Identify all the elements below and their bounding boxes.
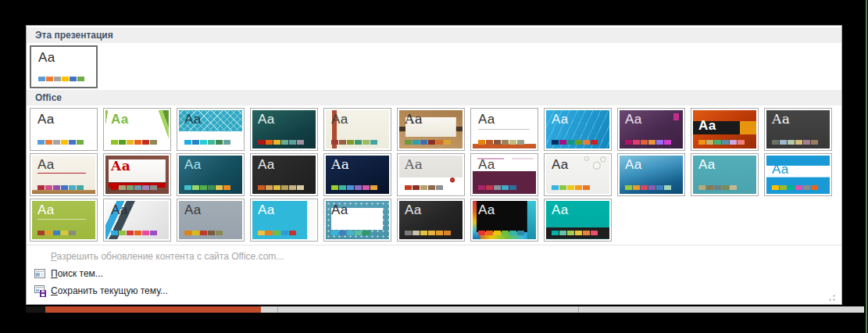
theme-thumbnail[interactable]: Aa	[30, 199, 98, 242]
menu-item-browse-themes[interactable]: Поиск тем...	[27, 265, 841, 282]
menu-item-save-current-theme[interactable]: Сохранить текущую тему...	[27, 282, 841, 299]
color-swatch	[591, 231, 598, 235]
color-swatch	[62, 77, 69, 81]
theme-thumbnail[interactable]: Aa	[30, 108, 98, 151]
color-swatch	[788, 185, 795, 190]
theme-thumbnail[interactable]: Aa	[617, 108, 685, 151]
theme-thumbnail[interactable]: Aa	[397, 199, 465, 242]
color-swatch	[648, 140, 655, 145]
theme-aa-label: Aa	[38, 202, 55, 217]
theme-thumbnail[interactable]: Aa	[177, 153, 245, 196]
theme-aa-label: Aa	[552, 112, 569, 127]
color-swatch	[772, 185, 779, 190]
color-swatch	[273, 231, 280, 235]
theme-thumbnail[interactable]: Aa	[544, 199, 612, 242]
theme-thumbnail[interactable]: Aa	[323, 153, 391, 196]
color-swatch	[656, 185, 663, 190]
theme-color-swatches	[698, 140, 745, 145]
theme-aa-label: Aa	[552, 157, 569, 172]
color-swatch	[134, 185, 141, 190]
theme-thumbnail[interactable]: Aa	[103, 199, 171, 242]
color-swatch	[559, 231, 566, 235]
color-swatch	[208, 185, 215, 190]
color-swatch	[192, 140, 199, 145]
theme-preview: Aa	[399, 201, 463, 239]
color-swatch	[111, 231, 118, 235]
theme-color-swatches	[184, 140, 231, 145]
color-swatch	[70, 77, 77, 81]
color-swatch	[502, 231, 509, 235]
color-swatch	[200, 185, 207, 190]
color-swatch	[583, 140, 590, 145]
theme-color-swatches	[38, 231, 77, 235]
theme-preview: Aa	[252, 156, 316, 194]
theme-thumbnail[interactable]: Aa	[177, 199, 245, 242]
theme-thumbnail[interactable]: Aa	[397, 153, 465, 196]
color-swatch	[633, 140, 640, 145]
resize-gripper[interactable]	[829, 290, 835, 296]
color-swatch	[119, 231, 126, 235]
menu-item-label: Разрешить обновление контента с сайта Of…	[51, 251, 284, 262]
theme-thumbnail[interactable]: Aa	[397, 108, 465, 151]
theme-preview: Aa	[620, 156, 683, 194]
theme-thumbnail[interactable]: Aa	[617, 153, 685, 196]
color-swatch	[811, 185, 818, 190]
color-swatch	[119, 185, 126, 190]
theme-color-swatches	[38, 140, 84, 145]
color-swatch	[559, 185, 566, 190]
color-swatch	[331, 231, 338, 235]
theme-thumbnail[interactable]: Aa	[250, 153, 318, 196]
color-swatch	[150, 231, 157, 235]
theme-thumbnail[interactable]: Aa	[103, 108, 171, 151]
theme-thumbnail[interactable]: Aa	[323, 108, 391, 151]
color-swatch	[552, 140, 559, 145]
theme-thumbnail[interactable]: Aa	[470, 199, 538, 242]
theme-preview: Aa	[179, 201, 242, 239]
theme-thumbnail[interactable]: Aa	[250, 199, 318, 242]
theme-aa-label: Aa	[625, 112, 642, 127]
theme-thumbnail[interactable]: Aa	[691, 108, 759, 151]
theme-thumbnail[interactable]: Aa	[30, 153, 98, 196]
color-swatch	[339, 140, 346, 145]
theme-thumbnail[interactable]: Aa	[250, 108, 318, 151]
color-swatch	[46, 77, 53, 81]
color-swatch	[281, 140, 288, 145]
color-swatch	[216, 185, 223, 190]
theme-thumbnail[interactable]: Aa	[764, 108, 832, 151]
theme-thumbnail[interactable]: Aa	[764, 153, 832, 196]
theme-color-swatches	[331, 140, 378, 145]
theme-preview: Aa	[473, 156, 536, 194]
theme-thumbnail[interactable]: Aa	[177, 108, 245, 151]
theme-preview: Aa	[105, 110, 169, 149]
theme-thumbnail[interactable]: Aa	[544, 108, 612, 151]
theme-color-swatches	[772, 185, 819, 190]
color-swatch	[77, 77, 84, 81]
color-swatch	[730, 140, 737, 145]
background-ribbon-accent-bar	[45, 306, 261, 313]
color-swatch	[803, 185, 810, 190]
background-ribbon-dark-segment	[26, 306, 45, 313]
color-swatch	[698, 140, 705, 145]
color-swatch	[405, 140, 412, 145]
color-swatch	[428, 185, 435, 190]
theme-thumbnail[interactable]: Aa	[30, 45, 98, 88]
theme-preview: Aa	[693, 110, 756, 149]
color-swatch	[134, 140, 141, 145]
theme-preview: Aa	[32, 201, 95, 239]
theme-thumbnail[interactable]: Aa	[103, 153, 171, 196]
theme-thumbnail[interactable]: Aa	[323, 199, 391, 242]
color-swatch	[509, 185, 516, 190]
theme-thumbnail[interactable]: Aa	[544, 153, 612, 196]
theme-preview: Aa	[179, 110, 242, 149]
color-swatch	[420, 140, 427, 145]
color-swatch	[714, 140, 721, 145]
theme-thumbnail[interactable]: Aa	[691, 153, 759, 196]
theme-preview: Aa	[252, 201, 316, 239]
theme-thumbnail[interactable]: Aa	[470, 153, 538, 196]
color-swatch	[722, 185, 729, 190]
theme-thumbnail[interactable]: Aa	[470, 108, 538, 151]
color-swatch	[413, 185, 420, 190]
theme-color-swatches	[258, 140, 305, 145]
theme-aa-label: Aa	[111, 202, 128, 217]
theme-preview: Aa	[105, 156, 169, 194]
